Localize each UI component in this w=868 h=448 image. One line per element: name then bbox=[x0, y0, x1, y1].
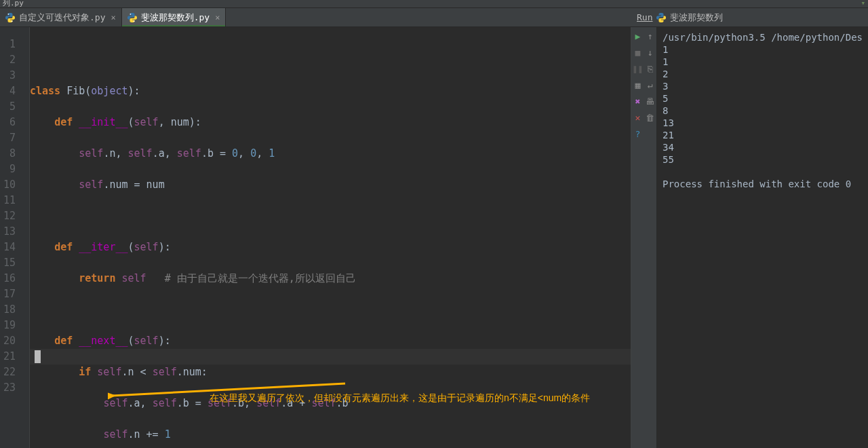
run-panel: Run 斐波那契数列 ▶ ■ ❚❚ ▦ ✖ ✕ ? ↑ ↓ ⎘ ↵ 🖶 🗑 bbox=[631, 27, 868, 448]
line-number: 14 bbox=[0, 240, 16, 255]
python-icon bbox=[656, 13, 666, 22]
tab-label: 斐波那契数列.py bbox=[141, 12, 210, 24]
top-left-text: 列.py bbox=[3, 0, 24, 7]
titlebar-fragment: 列.py ▾ bbox=[0, 0, 868, 8]
line-number: 2 bbox=[0, 52, 16, 68]
line-number: 7 bbox=[0, 130, 16, 146]
line-number: 12 bbox=[0, 208, 16, 224]
line-number: 23 bbox=[0, 380, 16, 396]
down-icon[interactable]: ↓ bbox=[644, 46, 656, 58]
pause-icon[interactable]: ❚❚ bbox=[631, 62, 644, 75]
line-number: 20 bbox=[0, 333, 16, 349]
print-icon[interactable]: 🖶 bbox=[644, 95, 656, 107]
line-number: 1 bbox=[0, 37, 16, 52]
export-icon[interactable]: ⎘ bbox=[644, 62, 656, 75]
wrap-icon[interactable]: ↵ bbox=[644, 79, 656, 91]
run-label: Run bbox=[637, 12, 652, 22]
line-gutter: 1 2 3 4 5 6 7 8 9 10 11 12 13 14 15 16 1… bbox=[0, 27, 30, 448]
line-number: 22 bbox=[0, 365, 16, 380]
svg-point-0 bbox=[8, 13, 9, 14]
line-number: 8 bbox=[0, 146, 16, 162]
close-icon[interactable]: × bbox=[111, 13, 115, 22]
python-icon bbox=[5, 13, 15, 22]
code-area[interactable]: class Fib(object): def __init__(self, nu… bbox=[30, 27, 631, 448]
code-line: if self.n < self.num: bbox=[30, 365, 631, 380]
code-line: return self # 由于自己就是一个迭代器,所以返回自己 bbox=[30, 271, 631, 286]
line-number: 16 bbox=[0, 271, 16, 286]
line-number: 17 bbox=[0, 286, 16, 302]
line-number: 5 bbox=[0, 99, 16, 115]
layout-icon[interactable]: ▦ bbox=[631, 79, 644, 91]
pin-icon[interactable]: ✖ bbox=[631, 95, 644, 107]
run-header: Run 斐波那契数列 bbox=[631, 8, 868, 27]
line-number: 11 bbox=[0, 193, 16, 208]
code-line: def __iter__(self): bbox=[30, 240, 631, 255]
svg-point-3 bbox=[133, 20, 134, 22]
rerun-icon[interactable]: ▶ bbox=[631, 30, 644, 42]
line-number: 9 bbox=[0, 162, 16, 177]
top-right-icon[interactable]: ▾ bbox=[861, 0, 865, 7]
run-toolbar-right: ↑ ↓ ⎘ ↵ 🖶 🗑 bbox=[644, 27, 657, 448]
up-icon[interactable]: ↑ bbox=[644, 30, 656, 42]
tab-file-2[interactable]: 斐波那契数列.py × bbox=[122, 8, 226, 26]
line-number: 3 bbox=[0, 68, 16, 83]
python-icon bbox=[127, 13, 137, 22]
code-line: class Fib(object): bbox=[30, 83, 631, 99]
code-line: self.n, self.a, self.b = 0, 0, 1 bbox=[30, 146, 631, 162]
caret bbox=[35, 350, 41, 363]
code-line bbox=[30, 302, 631, 318]
line-number: 10 bbox=[0, 177, 16, 193]
code-line: def __next__(self): bbox=[30, 333, 631, 349]
run-config-name: 斐波那契数列 bbox=[670, 12, 723, 24]
line-number: 4 bbox=[0, 83, 16, 99]
close-icon[interactable]: × bbox=[215, 13, 220, 22]
line-number: 19 bbox=[0, 318, 16, 333]
code-line: self.n += 1 bbox=[30, 427, 631, 443]
run-toolbar-left: ▶ ■ ❚❚ ▦ ✖ ✕ ? bbox=[631, 27, 644, 448]
svg-point-2 bbox=[130, 13, 131, 14]
stop-icon[interactable]: ■ bbox=[631, 46, 644, 58]
help-icon[interactable]: ? bbox=[631, 128, 644, 140]
console-output[interactable]: /usr/bin/python3.5 /home/python/Des 1 1 … bbox=[657, 27, 868, 448]
code-editor[interactable]: 1 2 3 4 5 6 7 8 9 10 11 12 13 14 15 16 1… bbox=[0, 27, 631, 448]
close-icon[interactable]: ✕ bbox=[631, 111, 644, 124]
line-number: 15 bbox=[0, 255, 16, 271]
code-line: def __init__(self, num): bbox=[30, 115, 631, 130]
tab-label: 自定义可迭代对象.py bbox=[19, 12, 105, 24]
line-number: 13 bbox=[0, 224, 16, 240]
line-number: 6 bbox=[0, 115, 16, 130]
trash-icon[interactable]: 🗑 bbox=[644, 111, 656, 124]
line-number: 18 bbox=[0, 302, 16, 318]
code-line: self.num = num bbox=[30, 177, 631, 193]
annotation-text: 在这里我又遍历了依次，但却没有元素遍历出来，这是由于记录遍历的n不满足<num的… bbox=[210, 390, 590, 406]
current-line-highlight bbox=[30, 349, 631, 365]
tab-file-1[interactable]: 自定义可迭代对象.py × bbox=[0, 8, 122, 26]
svg-point-1 bbox=[12, 20, 13, 22]
line-number: 21 bbox=[0, 349, 16, 365]
code-line bbox=[30, 208, 631, 224]
